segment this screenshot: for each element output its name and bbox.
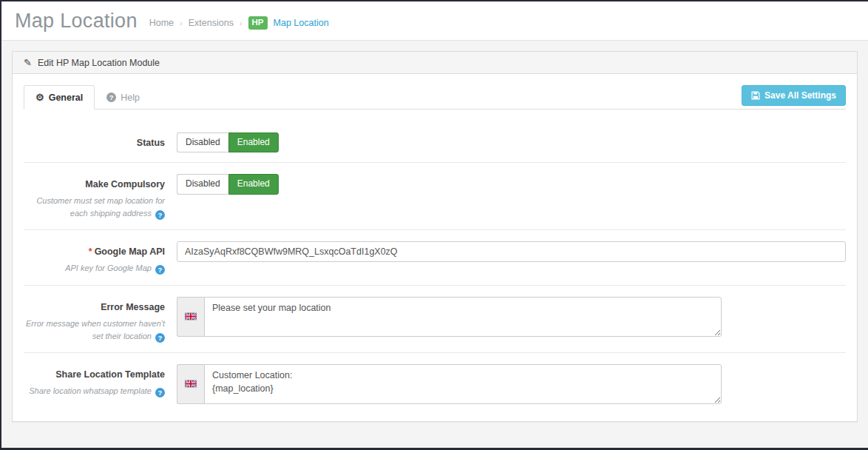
error-message-help-text: Error message when customer haven't set … — [24, 318, 165, 343]
module-panel: ✎ Edit HP Map Location Module ⚙ General … — [12, 51, 858, 422]
compulsory-toggle-group: Disabled Enabled — [177, 174, 279, 194]
page-footer: Demo 05 - HP Web Design 2023 Site By HP … — [12, 446, 858, 450]
required-asterisk: * — [89, 246, 92, 257]
api-control-column — [177, 241, 846, 275]
api-help-text: API key for Google Map ? — [24, 262, 165, 275]
question-circle-icon: ? — [155, 388, 165, 397]
english-flag-icon — [177, 297, 204, 337]
status-control-column: Disabled Enabled — [177, 132, 846, 152]
pencil-icon: ✎ — [24, 57, 32, 68]
status-enabled-button[interactable]: Enabled — [228, 132, 279, 152]
share-template-control-column: Customer Location: {map_location} — [177, 364, 846, 404]
compulsory-label: Make Compulsory — [85, 179, 165, 189]
error-message-label-column: Error Message Error message when custome… — [24, 297, 177, 343]
gear-icon: ⚙ — [35, 92, 44, 103]
question-circle-icon: ? — [155, 333, 165, 343]
error-message-input-group: Please set your map location — [177, 297, 722, 337]
footer-line1: Demo 05 - HP Web Design 2023 — [12, 446, 858, 450]
tab-help-label: Help — [121, 93, 140, 103]
share-template-textarea[interactable]: Customer Location: {map_location} — [204, 364, 722, 404]
api-label: *Google Map API — [89, 246, 165, 257]
question-circle-icon: ? — [106, 93, 116, 102]
english-flag-icon — [177, 364, 204, 404]
page-header: Map Location Home › Extensions › HP Map … — [1, 1, 868, 41]
tab-help[interactable]: ? Help — [95, 85, 152, 110]
nav-tabs: ⚙ General ? Help — [24, 85, 152, 109]
share-template-form-group: Share Location Template Share location w… — [24, 353, 846, 410]
compulsory-control-column: Disabled Enabled — [177, 174, 846, 220]
google-map-api-input[interactable] — [177, 241, 846, 262]
compulsory-help-label: Customer must set map location for each … — [36, 196, 165, 218]
api-label-column: *Google Map API API key for Google Map ? — [24, 241, 177, 275]
error-message-form-group: Error Message Error message when custome… — [24, 286, 846, 353]
compulsory-form-group: Make Compulsory Customer must set map lo… — [24, 163, 846, 230]
api-form-group: *Google Map API API key for Google Map ? — [24, 230, 846, 285]
save-all-settings-button[interactable]: Save All Settings — [742, 85, 846, 106]
breadcrumb-map-location[interactable]: Map Location — [274, 18, 329, 28]
api-help-label: API key for Google Map — [65, 263, 152, 272]
share-template-help-label: Share location whatsapp template — [29, 386, 152, 395]
breadcrumb-home[interactable]: Home — [149, 18, 174, 28]
share-template-help-text: Share location whatsapp template ? — [24, 385, 165, 397]
share-template-input-group: Customer Location: {map_location} — [177, 364, 722, 404]
panel-heading: ✎ Edit HP Map Location Module — [13, 52, 857, 74]
compulsory-label-column: Make Compulsory Customer must set map lo… — [24, 174, 177, 220]
panel-body: ⚙ General ? Help Save All Settings — [13, 74, 857, 421]
panel-title: Edit HP Map Location Module — [38, 58, 160, 68]
tab-general[interactable]: ⚙ General — [24, 85, 95, 110]
status-label-column: Status — [24, 132, 177, 152]
breadcrumb-separator: › — [240, 19, 243, 27]
api-label-text: Google Map API — [95, 246, 165, 257]
compulsory-help-text: Customer must set map location for each … — [24, 195, 165, 220]
error-message-textarea[interactable]: Please set your map location — [204, 297, 722, 337]
hp-badge: HP — [248, 16, 268, 30]
content-area: ✎ Edit HP Map Location Module ⚙ General … — [1, 41, 868, 450]
general-tab-content: Status Disabled Enabled Make Compulsory … — [24, 110, 846, 410]
status-disabled-button[interactable]: Disabled — [177, 132, 228, 152]
breadcrumb: Home › Extensions › HP Map Location — [149, 16, 329, 30]
status-label: Status — [137, 138, 165, 148]
breadcrumb-extensions[interactable]: Extensions — [189, 18, 234, 28]
question-circle-icon: ? — [155, 210, 165, 220]
status-form-group: Status Disabled Enabled — [24, 121, 846, 163]
compulsory-enabled-button[interactable]: Enabled — [228, 174, 279, 194]
share-template-label-column: Share Location Template Share location w… — [24, 364, 177, 404]
floppy-disk-icon — [751, 91, 760, 100]
save-all-settings-label: Save All Settings — [764, 90, 836, 101]
error-message-help-label: Error message when customer haven't set … — [26, 319, 165, 340]
share-template-label: Share Location Template — [55, 369, 165, 380]
tab-bar: ⚙ General ? Help Save All Settings — [24, 85, 846, 110]
compulsory-disabled-button[interactable]: Disabled — [177, 174, 228, 194]
question-circle-icon: ? — [155, 265, 165, 275]
error-message-label: Error Message — [101, 302, 165, 312]
page-title: Map Location — [15, 10, 138, 33]
tab-general-label: General — [49, 93, 84, 103]
breadcrumb-separator: › — [180, 19, 183, 27]
status-toggle-group: Disabled Enabled — [177, 132, 279, 152]
error-message-control-column: Please set your map location — [177, 297, 846, 343]
